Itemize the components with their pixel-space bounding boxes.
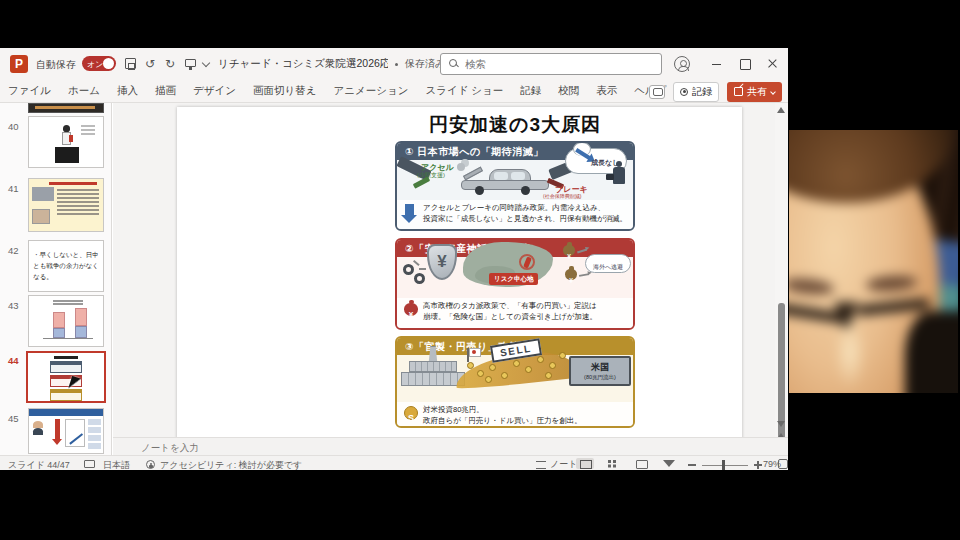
money-bag-icon: ¥: [565, 269, 577, 280]
minimize-button[interactable]: [711, 58, 723, 70]
separator-dot: [395, 63, 398, 66]
zoom-out-button[interactable]: [688, 464, 696, 466]
tab-design[interactable]: デザイン: [193, 84, 236, 98]
customize-quick-access-icon[interactable]: [202, 59, 210, 67]
webcam-video-overlay: [789, 130, 958, 393]
toggle-knob: [103, 58, 114, 69]
thumbnail-number-45: 45: [8, 413, 19, 424]
display-settings-icon[interactable]: [84, 460, 95, 468]
risk-center-tag: リスク中心地: [489, 273, 538, 285]
thumbnail-slide-42[interactable]: ・早くしないと、日中とも戦争の余力がなくなる。: [28, 240, 104, 292]
usa-box: 米国 (80兆円流出): [569, 356, 631, 386]
tab-view[interactable]: 表示: [596, 84, 617, 98]
tab-home[interactable]: ホーム: [68, 84, 100, 98]
thumbnail-slide-43[interactable]: [28, 295, 104, 347]
maximize-button[interactable]: [739, 58, 751, 70]
tab-insert[interactable]: 挿入: [117, 84, 138, 98]
flee-abroad-label: 海外へ逃避: [593, 264, 623, 270]
accessibility-status[interactable]: アクセシビリティ: 検討が必要です: [160, 459, 302, 472]
record-button-label: 記録: [692, 85, 712, 99]
tab-animations[interactable]: アニメーション: [333, 84, 408, 98]
money-bag-icon: ¥: [563, 245, 575, 256]
vertical-scrollbar[interactable]: [775, 103, 788, 455]
tab-review[interactable]: 校閲: [558, 84, 579, 98]
thumbnail-slide-40[interactable]: [28, 116, 104, 168]
yen-symbol: ¥: [437, 252, 446, 271]
section-3-note: 対米投資80兆円。 政府自らが「円売り・ドル買い」圧力を創出。: [423, 405, 629, 427]
powerpoint-logo-icon[interactable]: P: [10, 55, 28, 73]
screen: P 自動保存 オン ↺ ↻ リチャード・コシミズ衆院選2026応援演説予… 保存…: [0, 0, 960, 540]
section-2-safe-asset-myth: ②「安全資産神話」の崩壊 ¥ リスク中心地 ¥: [395, 238, 635, 330]
zoom-in-button[interactable]: [754, 464, 762, 466]
share-button[interactable]: 共有: [727, 82, 782, 102]
comments-icon[interactable]: [649, 85, 665, 99]
document-title-group: リチャード・コシミズ衆院選2026応援演説予… 保存済み: [218, 48, 458, 80]
outflow-arrow-icon: [579, 273, 589, 276]
record-button[interactable]: 記録: [673, 82, 719, 102]
brake-sublabel: (社会保障費削減): [543, 193, 581, 199]
yen-bag-icon: ¥: [404, 303, 418, 316]
coin-s-icon: S: [404, 406, 418, 420]
status-bar: スライド 44/47 日本語 アクセシビリティ: 検討が必要です ノート 79%: [0, 455, 788, 470]
notes-placeholder: ノートを入力: [141, 442, 199, 455]
tab-slideshow[interactable]: スライド ショー: [425, 84, 503, 98]
section-3-official-yen-selling: ③「官製・円売り」政策 SELL 米国 (80兆円流出): [395, 336, 635, 428]
section-2-note: 高市政権のタカ派政策で、「有事の円買い」定説は 崩壊。「危険な国」としての資金引…: [423, 301, 629, 323]
yen-shield-icon: ¥: [427, 244, 457, 280]
title-bar: P 自動保存 オン ↺ ↻ リチャード・コシミズ衆院選2026応援演説予… 保存…: [0, 48, 788, 80]
share-icon: [734, 87, 743, 96]
start-presentation-icon[interactable]: [184, 57, 198, 71]
reading-view-button[interactable]: [632, 458, 650, 469]
close-button[interactable]: [767, 58, 779, 70]
usa-label: 米国: [571, 361, 629, 374]
tab-draw[interactable]: 描画: [155, 84, 176, 98]
tab-record[interactable]: 記録: [520, 84, 541, 98]
zoom-slider-track[interactable]: [702, 465, 748, 466]
slide-editing-canvas[interactable]: 円安加速の3大原因 ① 日本市場への「期待消滅」 アクセル (少額支援): [113, 103, 775, 455]
broken-chain-icon: [403, 264, 414, 275]
thumbnail-slide-41[interactable]: [28, 178, 104, 232]
account-avatar-icon[interactable]: [674, 56, 690, 72]
search-input[interactable]: [465, 58, 615, 70]
language-indicator[interactable]: 日本語: [103, 459, 130, 472]
document-title: リチャード・コシミズ衆院選2026応援演説予…: [218, 57, 388, 71]
thumbnail-slide-44-selected[interactable]: [26, 351, 106, 403]
tab-file[interactable]: ファイル: [8, 84, 51, 98]
slide-title: 円安加速の3大原因: [394, 112, 636, 138]
normal-view-button[interactable]: [576, 458, 594, 469]
autosave-toggle[interactable]: オン: [82, 56, 116, 71]
thumbnail-slide-45[interactable]: [28, 408, 104, 454]
slide-sorter-view-button[interactable]: [604, 458, 622, 469]
accessibility-icon[interactable]: [146, 460, 155, 469]
fit-to-window-icon[interactable]: [778, 459, 788, 469]
notes-icon: [536, 461, 546, 469]
undo-icon[interactable]: ↺: [143, 57, 157, 71]
scroll-up-icon[interactable]: [777, 107, 785, 113]
thumbnail-42-text: ・早くしないと、日中とも戦争の余力がなくなる。: [33, 249, 101, 282]
thumbnail-number-40: 40: [8, 121, 19, 132]
current-slide[interactable]: 円安加速の3大原因 ① 日本市場への「期待消滅」 アクセル (少額支援): [177, 107, 742, 451]
webcam-face: [789, 130, 958, 393]
thumbnail-number-44: 44: [8, 355, 19, 366]
scroll-down-icon[interactable]: [777, 421, 785, 427]
tab-transitions[interactable]: 画面切り替え: [253, 84, 317, 98]
notes-toggle-button[interactable]: ノート: [536, 458, 577, 471]
infographic: 円安加速の3大原因 ① 日本市場への「期待消滅」 アクセル (少額支援): [394, 110, 636, 138]
zoom-slider-handle[interactable]: [722, 460, 725, 470]
save-icon[interactable]: [124, 57, 138, 71]
notes-button-label: ノート: [550, 458, 577, 471]
search-box[interactable]: [440, 53, 662, 75]
thumbnail-number-41: 41: [8, 183, 19, 194]
redo-icon[interactable]: ↻: [163, 57, 177, 71]
thumbnail-number-42: 42: [8, 245, 19, 256]
thumbnail-slide-39-partial[interactable]: [28, 103, 104, 113]
slide-counter: スライド 44/47: [8, 459, 70, 472]
share-chevron-icon: [770, 89, 776, 95]
autosave-label: 自動保存: [36, 58, 76, 72]
record-dot-icon: [680, 88, 688, 96]
slideshow-view-button[interactable]: [660, 458, 678, 469]
autosave-toggle-state: オン: [87, 59, 103, 70]
accelerator-sublabel: (少額支援): [417, 171, 445, 180]
search-icon: [449, 59, 459, 69]
notes-pane[interactable]: ノートを入力: [113, 437, 788, 455]
